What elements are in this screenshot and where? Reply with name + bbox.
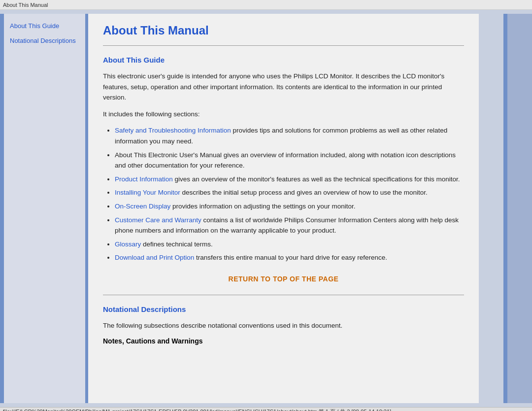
return-to-top: RETURN TO TOP OF THE PAGE	[103, 275, 464, 283]
main-layout: About This Guide Notational Descriptions…	[0, 10, 532, 407]
sidebar-item-about-this-guide[interactable]: About This Guide	[10, 22, 79, 31]
about-guide-para1: This electronic user's guide is intended…	[103, 71, 464, 103]
download-print-link[interactable]: Download and Print Option	[115, 254, 194, 261]
installing-monitor-link[interactable]: Installing Your Monitor	[115, 189, 180, 196]
on-screen-display-link[interactable]: On-Screen Display	[115, 203, 170, 210]
safety-troubleshooting-link[interactable]: Safety and Troubleshooting Information	[115, 127, 231, 134]
divider-bottom	[103, 295, 464, 295]
customer-care-warranty-link[interactable]: Customer Care and Warranty	[115, 216, 201, 224]
list-item: About This Electronic User's Manual give…	[115, 150, 464, 171]
right-accent-blue	[503, 14, 507, 403]
about-guide-para2: It includes the following sections:	[103, 109, 464, 120]
bullet-text-3: gives an overview of the monitor's featu…	[173, 175, 460, 183]
far-right-bar	[507, 14, 532, 403]
page-title: About This Manual	[103, 24, 464, 37]
sidebar-item-notational-descriptions[interactable]: Notational Descriptions	[10, 36, 79, 45]
product-information-link[interactable]: Product Information	[115, 175, 173, 183]
about-guide-heading: About This Guide	[103, 56, 464, 64]
divider-top	[103, 45, 464, 46]
notational-para: The following subsections describe notat…	[103, 320, 464, 331]
notes-cautions-heading: Notes, Cautions and Warnings	[103, 337, 464, 345]
bullet-text-2: About This Electronic User's Manual give…	[115, 151, 456, 170]
list-item: Safety and Troubleshooting Information p…	[115, 125, 464, 146]
return-to-top-link[interactable]: RETURN TO TOP OF THE PAGE	[229, 275, 339, 283]
bullet-text-4: describes the initial setup process and …	[180, 189, 428, 196]
list-item: Customer Care and Warranty contains a li…	[115, 215, 464, 236]
list-item: Installing Your Monitor describes the in…	[115, 187, 464, 198]
about-guide-bullets: Safety and Troubleshooting Information p…	[115, 125, 464, 263]
bullet-text-5: provides information on adjusting the se…	[170, 203, 355, 210]
list-item: Download and Print Option transfers this…	[115, 252, 464, 263]
glossary-link[interactable]: Glossary	[115, 240, 141, 248]
list-item: Glossary defines technical terms.	[115, 239, 464, 250]
left-accent-bar	[0, 14, 4, 403]
list-item: On-Screen Display provides information o…	[115, 201, 464, 212]
bullet-text-7: defines technical terms.	[141, 240, 213, 248]
list-item: Product Information gives an overview of…	[115, 174, 464, 185]
bullet-text-8: transfers this entire manual to your har…	[194, 254, 387, 261]
right-accent	[479, 14, 503, 403]
status-bar-text: file:///E/LCD%20Monitor%20OEM/Philips/M1…	[3, 408, 391, 411]
status-bar: file:///E/LCD%20Monitor%20OEM/Philips/M1…	[0, 407, 532, 411]
notational-heading: Notational Descriptions	[103, 305, 464, 313]
sidebar: About This Guide Notational Descriptions	[4, 14, 85, 403]
content-area: About This Manual About This Guide This …	[88, 14, 479, 403]
title-bar-text: About This Manual	[3, 2, 48, 8]
title-bar: About This Manual	[0, 0, 532, 10]
